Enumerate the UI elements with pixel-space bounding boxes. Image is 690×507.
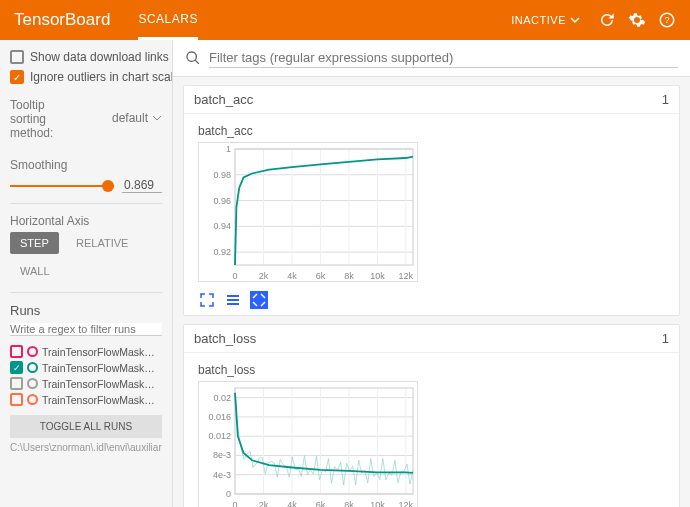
content-area: batch_acc 1 batch_acc 0.920.940.960.9810…: [173, 40, 690, 507]
panel-batch-acc: batch_acc 1 batch_acc 0.920.940.960.9810…: [183, 85, 680, 316]
svg-text:6k: 6k: [316, 500, 326, 507]
svg-text:0.012: 0.012: [208, 431, 231, 441]
haxis-step-button[interactable]: STEP: [10, 232, 59, 254]
ignore-outliers-label: Ignore outliers in chart scalin: [30, 70, 173, 84]
panel-batch-loss: batch_loss 1 batch_loss 04e-38e-30.0120.…: [183, 324, 680, 507]
show-download-label: Show data download links: [30, 50, 169, 64]
help-icon[interactable]: ?: [658, 11, 676, 29]
smoothing-input[interactable]: 0.869: [122, 178, 162, 193]
svg-text:2k: 2k: [259, 271, 269, 281]
tooltip-sort-select[interactable]: default: [112, 111, 162, 125]
svg-text:0.92: 0.92: [213, 247, 231, 257]
brand-logo: TensorBoard: [14, 10, 110, 30]
svg-text:?: ?: [664, 15, 669, 25]
status-dropdown[interactable]: INACTIVE: [511, 14, 580, 26]
run-row: TrainTensorFlowMaskModel_model_767271453…: [10, 345, 162, 358]
panel-title: batch_acc: [194, 92, 253, 107]
panel-count: 1: [662, 92, 669, 107]
run-checkbox[interactable]: [10, 345, 23, 358]
refresh-icon[interactable]: [598, 11, 616, 29]
run-row: TrainTensorFlowMaskModel_model_422932095…: [10, 377, 162, 390]
fit-icon[interactable]: [250, 291, 268, 309]
svg-text:8e-3: 8e-3: [213, 450, 231, 460]
run-label: TrainTensorFlowMaskModel_model_767271453…: [42, 346, 162, 358]
svg-text:10k: 10k: [370, 271, 385, 281]
run-row: ✓TrainTensorFlowMaskModel_model_27231328…: [10, 361, 162, 374]
batch-loss-chart[interactable]: 04e-38e-30.0120.0160.0202k4k6k8k10k12k: [198, 381, 418, 507]
svg-text:4e-3: 4e-3: [213, 470, 231, 480]
run-label: TrainTensorFlowMaskModel_model_516703945…: [42, 394, 162, 406]
tooltip-sort-value: default: [112, 111, 148, 125]
run-label: TrainTensorFlowMaskModel_model_422932095…: [42, 378, 162, 390]
tab-scalars[interactable]: SCALARS: [138, 0, 198, 40]
svg-text:12k: 12k: [399, 271, 414, 281]
run-checkbox[interactable]: ✓: [10, 361, 23, 374]
svg-text:1: 1: [226, 144, 231, 154]
svg-text:4k: 4k: [287, 500, 297, 507]
svg-text:10k: 10k: [370, 500, 385, 507]
tooltip-sort-label: Tooltip sorting method:: [10, 98, 80, 140]
ignore-outliers-checkbox[interactable]: ✓: [10, 70, 24, 84]
svg-text:8k: 8k: [344, 500, 354, 507]
batch-acc-chart[interactable]: 0.920.940.960.98102k4k6k8k10k12k: [198, 142, 418, 282]
haxis-label: Horizontal Axis: [10, 214, 162, 228]
panel-batch-acc-header[interactable]: batch_acc 1: [184, 86, 679, 114]
panel-batch-loss-header[interactable]: batch_loss 1: [184, 325, 679, 353]
run-checkbox[interactable]: [10, 393, 23, 406]
svg-text:0.02: 0.02: [213, 393, 231, 403]
search-icon: [185, 50, 201, 66]
svg-rect-26: [235, 149, 413, 265]
svg-text:12k: 12k: [399, 500, 414, 507]
run-radio[interactable]: [27, 346, 38, 357]
svg-text:0.94: 0.94: [213, 221, 231, 231]
svg-text:0.96: 0.96: [213, 196, 231, 206]
list-icon[interactable]: [224, 291, 242, 309]
run-radio[interactable]: [27, 378, 38, 389]
tag-filter-input[interactable]: [209, 48, 678, 68]
runs-filter-input[interactable]: [10, 323, 162, 336]
runs-path: C:\Users\znorman\.idl\envi\auxiliary\t: [10, 442, 162, 453]
runs-title: Runs: [10, 303, 162, 318]
svg-text:0: 0: [232, 500, 237, 507]
run-checkbox[interactable]: [10, 377, 23, 390]
panel-title: batch_loss: [194, 331, 256, 346]
svg-text:6k: 6k: [316, 271, 326, 281]
chart-title: batch_acc: [198, 124, 665, 138]
chart-title: batch_loss: [198, 363, 665, 377]
run-label: TrainTensorFlowMaskModel_model_272313280…: [42, 362, 162, 374]
run-radio[interactable]: [27, 394, 38, 405]
gear-icon[interactable]: [628, 11, 646, 29]
panel-count: 1: [662, 331, 669, 346]
svg-text:0: 0: [226, 489, 231, 499]
status-label: INACTIVE: [511, 14, 566, 26]
smoothing-label: Smoothing: [10, 158, 162, 172]
run-row: TrainTensorFlowMaskModel_model_516703945…: [10, 393, 162, 406]
haxis-wall-button[interactable]: WALL: [10, 260, 60, 282]
expand-icon[interactable]: [198, 291, 216, 309]
svg-text:0: 0: [232, 271, 237, 281]
haxis-relative-button[interactable]: RELATIVE: [66, 232, 138, 254]
chevron-down-icon: [570, 15, 580, 25]
chevron-down-icon: [152, 113, 162, 123]
svg-text:4k: 4k: [287, 271, 297, 281]
svg-text:0.016: 0.016: [208, 412, 231, 422]
svg-text:8k: 8k: [344, 271, 354, 281]
smoothing-slider[interactable]: [10, 185, 114, 187]
svg-text:2k: 2k: [259, 500, 269, 507]
sidebar: Show data download links ✓ Ignore outlie…: [0, 40, 173, 507]
toggle-all-runs-button[interactable]: TOGGLE ALL RUNS: [10, 415, 162, 438]
svg-text:0.98: 0.98: [213, 170, 231, 180]
run-radio[interactable]: [27, 362, 38, 373]
show-download-checkbox[interactable]: [10, 50, 24, 64]
app-header: TensorBoard SCALARS INACTIVE ?: [0, 0, 690, 40]
